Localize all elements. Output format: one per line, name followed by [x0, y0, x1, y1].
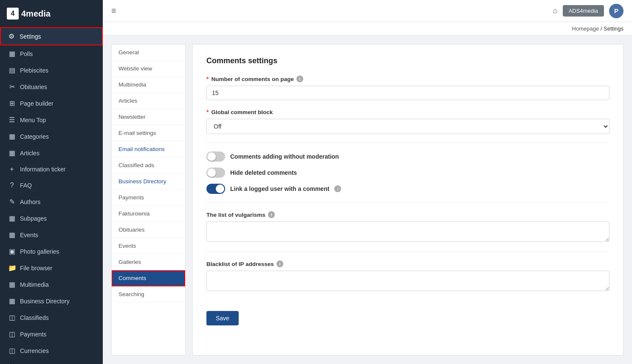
settings-icon: ⚙	[8, 32, 15, 40]
global-comment-block-select[interactable]: Off On	[206, 119, 609, 134]
blacklist-info-icon[interactable]: i	[276, 260, 283, 267]
articles-icon: ▦	[8, 149, 16, 157]
number-of-comments-input[interactable]	[206, 86, 609, 100]
sidebar-item-label: Settings	[20, 33, 41, 40]
information-ticker-icon: +	[8, 165, 16, 173]
save-button[interactable]: Save	[206, 311, 239, 325]
sidebar-item-polls[interactable]: ▦ Polls	[0, 45, 103, 62]
vulgarisms-input[interactable]	[206, 221, 609, 242]
sidebar-item-settings[interactable]: ⚙ Settings	[0, 27, 103, 45]
menu-top-icon: ☰	[8, 116, 16, 124]
hamburger-icon[interactable]: ≡	[111, 6, 116, 16]
toggle-link-logged-user-switch[interactable]	[206, 184, 225, 194]
sidebar-item-label: File browser	[20, 265, 52, 272]
subnav-item-obituaries[interactable]: Obituaries	[112, 222, 185, 238]
authors-icon: ✎	[8, 198, 16, 206]
sidebar-item-label: Articles	[20, 150, 40, 157]
faq-icon: ?	[8, 182, 16, 189]
sidebar-item-obituaries[interactable]: ✂ Obituaries	[0, 78, 103, 95]
avatar[interactable]: P	[609, 4, 624, 18]
sidebar-item-label: Photo galleries	[20, 248, 59, 255]
blacklist-input[interactable]	[206, 271, 609, 291]
multimedia-icon: ▦	[8, 280, 16, 288]
sidebar-item-page-builder[interactable]: ⊞ Page builder	[0, 95, 103, 112]
sidebar-item-information-ticker[interactable]: + Information ticker	[0, 161, 103, 177]
sidebar-item-label: Page builder	[20, 100, 54, 107]
sidebar: 4 4media ⚙ Settings ▦ Polls ▤ Plebiscite…	[0, 0, 103, 364]
sidebar-item-subpages[interactable]: ▦ Subpages	[0, 210, 103, 227]
sidebar-item-label: Events	[20, 232, 38, 238]
sidebar-item-label: Menu Top	[20, 117, 46, 123]
subnav-item-newsletter[interactable]: Newsletter	[112, 109, 185, 125]
subnav-item-email-notifications[interactable]: Email notifications	[112, 141, 185, 157]
number-of-comments-field: * Number of comments on page i	[206, 76, 609, 100]
toggle-hide-deleted-label: Hide deleted comments	[230, 169, 297, 176]
sidebar-item-authors[interactable]: ✎ Authors	[0, 193, 103, 210]
subnav-item-articles[interactable]: Articles	[112, 93, 185, 109]
toggle-hide-deleted-switch[interactable]	[206, 168, 225, 178]
sidebar-item-comments[interactable]: 💬 Comments	[0, 359, 103, 364]
main-area: ≡ ⌂ ADS4media P Homepage / Settings Gene…	[103, 0, 632, 364]
subnav-item-fakturownia[interactable]: Fakturownia	[112, 206, 185, 222]
toggle-no-moderation-switch[interactable]	[206, 151, 225, 162]
vulgarisms-info-icon[interactable]: i	[268, 211, 275, 218]
sidebar-item-label: Authors	[20, 199, 40, 205]
panel-title: Comments settings	[206, 56, 609, 65]
sidebar-item-label: Polls	[20, 50, 33, 57]
sidebar-item-label: Information ticker	[20, 166, 65, 173]
subnav-item-classified-ads[interactable]: Classified ads	[112, 157, 185, 174]
sidebar-item-file-browser[interactable]: 📁 File browser	[0, 260, 103, 276]
subnav-item-multimedia[interactable]: Multimedia	[112, 77, 185, 93]
sidebar-item-payments[interactable]: ◫ Payments	[0, 326, 103, 342]
content-area: General Website view Multimedia Articles…	[103, 36, 632, 364]
subnav-item-website-view[interactable]: Website view	[112, 61, 185, 77]
app-name: 4media	[21, 9, 51, 19]
site-button[interactable]: ADS4media	[563, 5, 604, 17]
subnav-item-searching[interactable]: Searching	[112, 286, 185, 302]
subnav-item-business-directory[interactable]: Business Directory	[112, 174, 185, 190]
vulgarisms-label: The list of vulgarisms i	[206, 211, 609, 218]
sidebar-item-label: FAQ	[20, 182, 32, 189]
subnav-panel: General Website view Multimedia Articles…	[111, 44, 186, 356]
link-logged-user-info-icon[interactable]: i	[334, 185, 341, 192]
blacklist-label: Blacklist of IP addresses i	[206, 260, 609, 267]
sidebar-item-label: Multimedia	[20, 281, 49, 288]
obituaries-icon: ✂	[8, 83, 16, 91]
sidebar-item-faq[interactable]: ? FAQ	[0, 177, 103, 193]
sidebar-item-categories[interactable]: ▦ Categories	[0, 128, 103, 145]
sidebar-item-menu-top[interactable]: ☰ Menu Top	[0, 112, 103, 128]
sidebar-item-label: Payments	[20, 331, 46, 338]
number-of-comments-info-icon[interactable]: i	[296, 76, 303, 82]
sidebar-item-multimedia[interactable]: ▦ Multimedia	[0, 276, 103, 293]
subnav-item-comments[interactable]: Comments	[112, 270, 185, 286]
divider-2	[206, 202, 609, 203]
app-logo: 4 4media	[0, 0, 103, 27]
sidebar-item-photo-galleries[interactable]: ▣ Photo galleries	[0, 243, 103, 260]
sidebar-item-articles[interactable]: ▦ Articles	[0, 145, 103, 161]
required-star: *	[206, 76, 209, 82]
subpages-icon: ▦	[8, 214, 16, 222]
payments-icon: ◫	[8, 330, 16, 338]
sidebar-item-label: Categories	[20, 133, 49, 140]
vulgarisms-field: The list of vulgarisms i	[206, 211, 609, 243]
subnav-item-payments[interactable]: Payments	[112, 190, 185, 206]
currencies-icon: ◫	[8, 347, 16, 355]
home-icon[interactable]: ⌂	[553, 6, 558, 15]
logo-box: 4	[7, 8, 19, 20]
subnav-item-events[interactable]: Events	[112, 238, 185, 254]
page-builder-icon: ⊞	[8, 99, 16, 107]
divider-3	[206, 252, 609, 252]
sidebar-item-plebiscites[interactable]: ▤ Plebiscites	[0, 62, 103, 78]
subnav-item-general[interactable]: General	[112, 45, 185, 61]
polls-icon: ▦	[8, 50, 16, 58]
blacklist-field: Blacklist of IP addresses i	[206, 260, 609, 292]
subnav-item-email-settings[interactable]: E-mail settings	[112, 125, 185, 141]
sidebar-item-business-directory[interactable]: ▦ Business Directory	[0, 293, 103, 309]
breadcrumb: Homepage / Settings	[103, 22, 632, 36]
subnav-item-galleries[interactable]: Galleries	[112, 254, 185, 270]
sidebar-item-classifieds[interactable]: ◫ Classifieds	[0, 309, 103, 326]
sidebar-item-events[interactable]: ▦ Events	[0, 227, 103, 243]
sidebar-item-currencies[interactable]: ◫ Currencies	[0, 342, 103, 359]
file-browser-icon: 📁	[8, 264, 16, 272]
breadcrumb-home[interactable]: Homepage	[572, 25, 599, 32]
